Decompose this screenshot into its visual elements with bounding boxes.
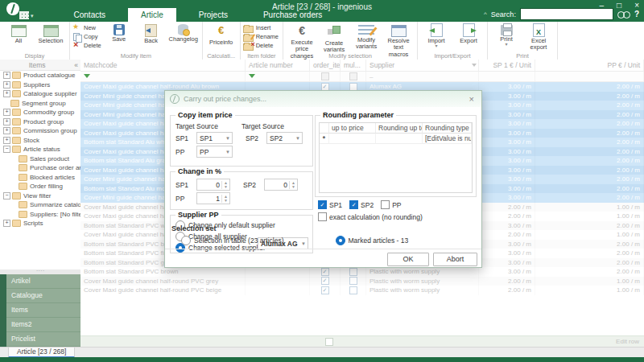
tree-expander-icon[interactable]: + (3, 127, 10, 134)
option-selection-in-table-23-articles[interactable]: Selection in table (23 articles) (181, 236, 284, 245)
tree-item-commodity-group[interactable]: +Commodity group (0, 108, 80, 117)
quick-access-icon[interactable] (19, 11, 29, 19)
ribbon-new-button[interactable]: New (72, 23, 101, 32)
tree-item-scripts[interactable]: +Scripts (0, 219, 80, 228)
tab-projects[interactable]: Projects (186, 8, 241, 22)
tree-expander-icon[interactable]: + (3, 72, 10, 79)
tree-expander-icon[interactable]: + (3, 118, 10, 125)
tree-item-catalogue-supplier[interactable]: +Catalogue supplier (0, 89, 80, 99)
sp2-source-combo[interactable]: SP2▼ (266, 132, 303, 144)
column-header-mul[interactable]: mul... (341, 60, 366, 71)
tree-item-article-status[interactable]: −Article status (0, 145, 80, 154)
pp-source-combo[interactable]: PP▼ (196, 146, 233, 158)
order-item-checkbox[interactable] (321, 286, 329, 294)
filter-checkbox[interactable] (349, 72, 357, 80)
filter-dropdown-icon[interactable] (472, 64, 477, 67)
tab-contacts[interactable]: Contacts (61, 8, 118, 22)
tree-expander-icon[interactable]: + (3, 109, 10, 116)
tab-purchase-orders[interactable]: Purchase orders (250, 8, 335, 22)
ribbon-save-button[interactable]: Save (104, 23, 134, 43)
tree-item-view-filter[interactable]: −View filter (0, 191, 80, 201)
ribbon-create-variants-button[interactable]: Create variants (319, 23, 349, 54)
panel-artikel[interactable]: Artikel (6, 274, 80, 289)
tree-item-stock[interactable]: +Stock (0, 136, 80, 146)
tree-expander-icon[interactable]: + (3, 220, 10, 227)
rounding-grid-new-row[interactable]: * [EditValue is null] (320, 134, 472, 144)
order-item-checkbox[interactable] (321, 268, 329, 276)
ribbon-excel-export-button[interactable]: Excel export (523, 23, 554, 51)
price-checkbox-pp[interactable]: PP (381, 200, 401, 209)
table-edit-row[interactable]: Edit row (80, 335, 644, 347)
dialog-titlebar[interactable]: Carry out price changes... × (165, 91, 481, 107)
mul-checkbox[interactable] (349, 277, 357, 285)
sp1-source-combo[interactable]: SP1▼ (196, 132, 233, 144)
ribbon-import-button[interactable]: Import▾ (421, 23, 452, 47)
panel-drag-handle[interactable] (0, 269, 80, 274)
order-item-checkbox[interactable] (321, 277, 329, 285)
column-header-matchcode[interactable]: Matchcode (80, 60, 246, 71)
panel-items2[interactable]: Items2 (6, 318, 80, 332)
column-header-order-item[interactable]: order_item (310, 60, 341, 71)
ribbon-priceinfo-button[interactable]: Priceinfo (206, 23, 237, 46)
pp-change-spinner[interactable]: 1▲▼ (196, 192, 230, 204)
radio-icon[interactable] (336, 236, 345, 245)
ribbon-delete-button[interactable]: Delete (72, 41, 101, 50)
panel-pricelist[interactable]: Pricelist (6, 332, 80, 347)
ok-button[interactable]: OK (387, 253, 429, 266)
abort-button[interactable]: Abort (433, 253, 477, 266)
tree-expander-icon[interactable]: − (3, 192, 10, 200)
tree-expander-icon[interactable]: + (3, 137, 10, 144)
tree-item-order-filling[interactable]: Order filling (0, 182, 80, 191)
tree-item-purchase-order-article[interactable]: Purchase order article (0, 163, 80, 173)
sidebar-collapse-icon[interactable]: « (74, 61, 78, 69)
edit-row-checkbox[interactable] (325, 338, 333, 346)
mul-checkbox[interactable] (349, 268, 357, 276)
column-header-pp[interactable]: PP € / Unit (535, 60, 644, 71)
column-header-article-number[interactable]: Article number (246, 60, 310, 71)
tree-item-blocked-articles[interactable]: Blocked articles (0, 173, 80, 183)
ribbon-modify-variants-button[interactable]: Modify variants (351, 23, 382, 51)
tree-item-sales-product[interactable]: Sales product (0, 154, 80, 164)
checkbox-icon[interactable] (318, 200, 327, 209)
tree-item-suppliers-no-filter[interactable]: Suppliers: [No filter] (0, 210, 80, 220)
ribbon-print-button[interactable]: Print▾ (491, 23, 522, 46)
mul-checkbox[interactable] (349, 286, 357, 294)
exact-calculation-checkbox[interactable] (318, 212, 327, 221)
tree-expander-icon[interactable]: + (3, 90, 10, 97)
table-row[interactable]: Bottom slat Standard PVC brownPlastic wi… (80, 267, 644, 277)
tree-item-segment-group[interactable]: Segment group (0, 99, 80, 109)
help-icon[interactable]: ? (634, 10, 639, 19)
filter-checkbox[interactable] (321, 72, 329, 80)
sp1-change-spinner[interactable]: 0▲▼ (196, 179, 230, 191)
tab-article[interactable]: Article (128, 8, 176, 22)
checkbox-icon[interactable] (381, 200, 390, 209)
panel-catalogue[interactable]: Catalogue (6, 289, 80, 303)
tree-item-summarize-catalogue[interactable]: Summarize catalogue (0, 200, 80, 210)
sp2-change-spinner[interactable]: 0▲▼ (264, 179, 298, 191)
price-checkbox-sp1[interactable]: SP1 (318, 200, 342, 209)
filter-funnel-icon[interactable] (84, 74, 90, 81)
panel-items[interactable]: Items (6, 303, 80, 318)
tree-expander-icon[interactable]: − (3, 146, 10, 153)
tree-item-suppliers[interactable]: +Suppliers (0, 80, 80, 90)
ribbon-insert-button[interactable]: Insert (243, 23, 279, 32)
radio-icon[interactable] (181, 236, 191, 245)
ribbon-rename-button[interactable]: Rename (243, 32, 279, 41)
filter-funnel-icon[interactable] (249, 74, 255, 81)
checkbox-icon[interactable] (349, 200, 358, 209)
collapse-ribbon-icon[interactable]: ^ (484, 10, 487, 18)
search-binoculars-icon[interactable] (617, 10, 630, 19)
ribbon-changelog-button[interactable]: Changelog (168, 23, 199, 43)
tree-item-product-group[interactable]: +Product group (0, 117, 80, 127)
table-row[interactable]: Cover Maxi guide channel half-round PVC … (80, 286, 644, 295)
price-checkbox-sp2[interactable]: SP2 (349, 200, 374, 209)
ribbon-selection-button[interactable]: Selection (35, 23, 66, 44)
ribbon-delete-button[interactable]: Delete (243, 41, 279, 50)
ribbon-back-button[interactable]: Back (136, 23, 167, 44)
search-input[interactable] (520, 8, 613, 20)
supplier-filter-cell[interactable]: – (366, 72, 479, 81)
tree-item-commission-group[interactable]: +Commission group (0, 126, 80, 136)
ribbon-export-button[interactable]: Export (453, 23, 484, 44)
ribbon-all-button[interactable]: All (3, 23, 34, 44)
table-row[interactable]: Cover Maxi guide channel half-round PVC … (80, 277, 644, 286)
